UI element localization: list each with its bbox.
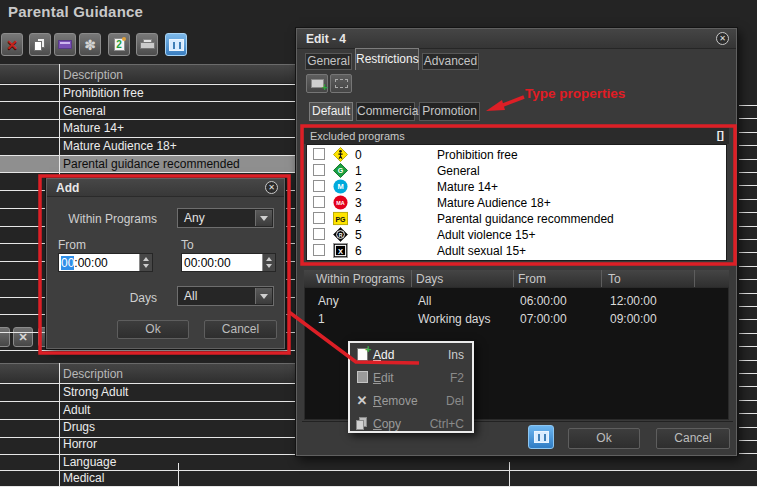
within-programs-select[interactable]: Any	[177, 208, 274, 228]
chevron-down-icon[interactable]	[255, 288, 272, 304]
delete-button[interactable]: ✕	[1, 33, 23, 56]
clean-button[interactable]: ✽	[79, 33, 101, 56]
program-label: Adult sexual 15+	[437, 244, 526, 258]
grid-line	[739, 132, 757, 133]
table-row[interactable]: General	[63, 104, 106, 118]
table-row[interactable]: Horror	[63, 437, 97, 451]
column-options-icon[interactable]: []	[717, 129, 724, 141]
excluded-programs-header: Excluded programs []	[304, 128, 729, 144]
close-icon[interactable]	[716, 32, 729, 45]
grid-line	[739, 413, 757, 414]
checkbox[interactable]	[313, 196, 325, 208]
preview-button[interactable]	[528, 425, 554, 449]
table-row-selected[interactable]: Parental guidance recommended	[63, 157, 240, 171]
list-item[interactable]: R 5 Adult violence 15+	[307, 227, 726, 243]
grid-line	[739, 346, 757, 347]
delete-icon: ✕	[6, 37, 18, 53]
print-icon	[140, 39, 155, 51]
tag-button[interactable]	[54, 33, 76, 56]
tab-advanced[interactable]: Advanced	[422, 53, 479, 70]
svg-text:MA: MA	[336, 200, 345, 206]
remove-tool-button[interactable]: ✕	[13, 327, 33, 347]
rating-m-icon: M	[333, 179, 348, 194]
table-row[interactable]: Adult	[63, 403, 90, 417]
program-label: Parental guidance recommended	[437, 212, 614, 226]
menu-shortcut: Del	[446, 394, 464, 408]
table-row[interactable]: Mature Audience 18+	[63, 139, 177, 153]
grid-line	[0, 119, 296, 120]
list-item[interactable]: M 2 Mature 14+	[307, 179, 726, 195]
tab-restrictions[interactable]: Restrictions	[355, 48, 419, 70]
table-row[interactable]: Language	[63, 455, 116, 469]
grid-line	[178, 463, 179, 487]
print-button[interactable]	[136, 33, 158, 56]
menu-item-copy[interactable]: Copy Ctrl+C	[350, 412, 472, 435]
program-label: General	[437, 164, 480, 178]
rating-ma-icon: MA	[333, 195, 348, 210]
checkbox[interactable]	[313, 180, 325, 192]
clear-restriction-button[interactable]	[330, 74, 352, 93]
list-item[interactable]: MA 3 Mature Audience 18+	[307, 195, 726, 211]
checkbox[interactable]	[313, 212, 325, 224]
ok-button[interactable]: Ok	[568, 428, 640, 449]
add-restriction-button[interactable]	[306, 74, 328, 93]
grid-line	[739, 427, 757, 428]
excluded-programs-title: Excluded programs	[310, 130, 405, 142]
list-item[interactable]: X 6 Adult sexual 15+	[307, 243, 726, 259]
type-tab-default[interactable]: Default	[309, 102, 353, 121]
copy-button[interactable]	[29, 33, 51, 56]
checkbox[interactable]	[313, 228, 325, 240]
selected-value: All	[184, 289, 197, 303]
menu-item-edit[interactable]: Edit F2	[350, 366, 472, 389]
close-icon[interactable]	[265, 181, 278, 194]
grid-line	[0, 401, 296, 402]
preview-icon	[169, 39, 184, 51]
days-select[interactable]: All	[177, 286, 274, 306]
grid-line	[739, 105, 757, 106]
restrictions-table-header: Within Programs Days From To	[304, 270, 729, 287]
time-stepper[interactable]	[262, 254, 275, 271]
checkbox[interactable]	[313, 164, 325, 176]
grid-line	[739, 159, 757, 160]
preview-button[interactable]	[165, 33, 187, 56]
menu-shortcut: Ins	[448, 348, 464, 362]
to-time-input[interactable]: 00:00:00	[181, 253, 276, 272]
svg-text:X: X	[338, 247, 343, 256]
days-label: Days	[47, 291, 157, 305]
from-time-input[interactable]: 00:00:00	[58, 253, 153, 272]
list-item[interactable]: G 1 General	[307, 163, 726, 179]
remove-icon: ✕	[355, 393, 369, 407]
menu-item-label: Copy	[373, 417, 401, 431]
chevron-down-icon[interactable]	[255, 210, 272, 226]
grid-line	[739, 145, 757, 146]
tool-button[interactable]	[0, 327, 10, 347]
table-row[interactable]: Strong Adult	[63, 385, 128, 399]
col-from: From	[518, 272, 546, 286]
table-row[interactable]: Mature 14+	[63, 121, 124, 135]
cell-within: 1	[318, 312, 325, 326]
ok-button[interactable]: Ok	[117, 320, 189, 339]
checkbox[interactable]	[313, 148, 325, 160]
time-stepper[interactable]	[139, 254, 152, 271]
tab-general[interactable]: General	[305, 53, 352, 70]
grid-line	[739, 440, 757, 441]
rating-g-icon: G	[333, 163, 348, 178]
menu-item-remove[interactable]: ✕ Remove Del	[350, 389, 472, 412]
table-row[interactable]: Drugs	[63, 420, 95, 434]
list-item[interactable]: PG 4 Parental guidance recommended	[307, 211, 726, 227]
grid-line	[739, 172, 757, 173]
table-row[interactable]: Medical	[63, 471, 104, 485]
type-tab-promotion[interactable]: Promotion	[419, 102, 480, 121]
menu-item-add[interactable]: Add Ins	[350, 343, 472, 366]
cancel-button[interactable]: Cancel	[656, 428, 730, 449]
report-button[interactable]: 2	[108, 33, 130, 56]
cancel-button[interactable]: Cancel	[204, 320, 277, 339]
program-label: Mature 14+	[437, 180, 498, 194]
grid-line	[0, 383, 296, 384]
table-row[interactable]: Prohibition free	[63, 86, 144, 100]
tag-icon	[58, 40, 72, 49]
type-tab-commercial[interactable]: Commercial	[356, 102, 415, 121]
add-item-icon	[311, 79, 324, 88]
checkbox[interactable]	[313, 244, 325, 256]
list-item[interactable]: 0 Prohibition free	[307, 147, 726, 163]
